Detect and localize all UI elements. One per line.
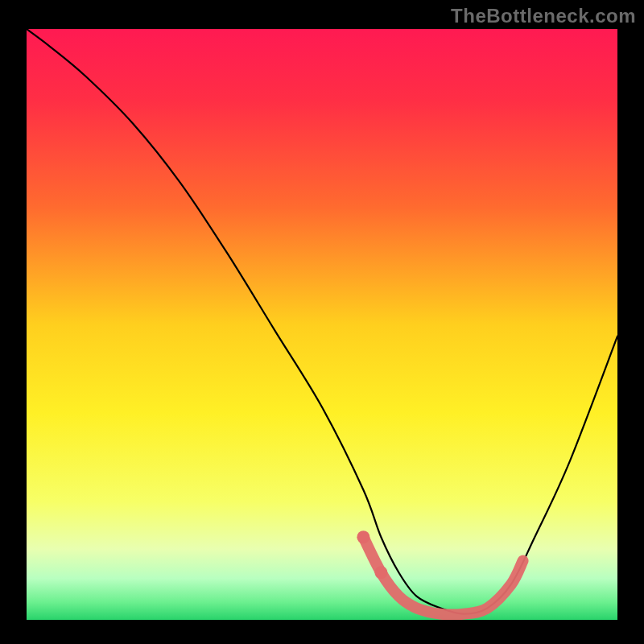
bottleneck-chart bbox=[0, 0, 644, 644]
gradient-background bbox=[27, 29, 617, 620]
highlight-dot bbox=[374, 566, 387, 579]
highlight-dot bbox=[357, 530, 369, 543]
chart-frame: TheBottleneck.com bbox=[0, 0, 644, 644]
